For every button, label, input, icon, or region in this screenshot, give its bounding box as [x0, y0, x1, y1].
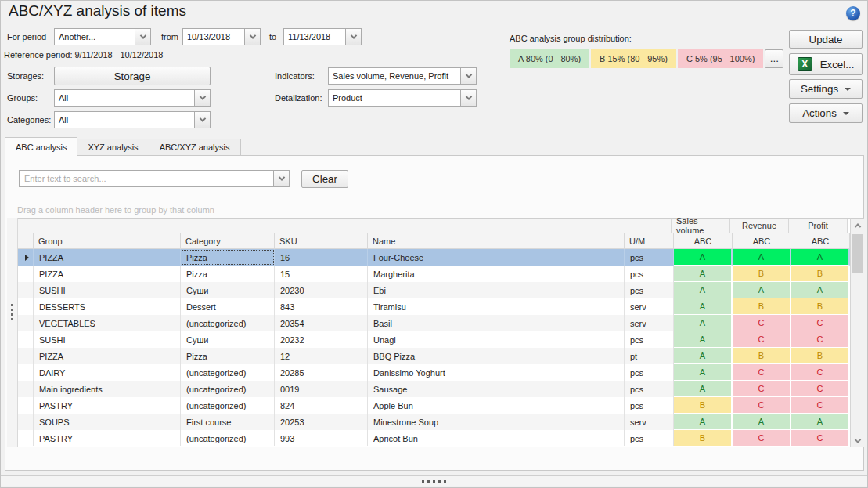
cell-sku[interactable]: 20285 — [275, 364, 368, 381]
clear-button[interactable]: Clear — [301, 170, 348, 188]
cell-abc-revenue[interactable]: C — [733, 430, 791, 446]
cell-name[interactable]: BBQ Pizza — [368, 348, 625, 364]
table-row[interactable]: SUSHIСуши20232UnagipcsACC — [18, 331, 850, 348]
row-indicator[interactable] — [18, 315, 34, 331]
cell-sku[interactable]: 824 — [275, 397, 368, 414]
cell-group[interactable]: SOUPS — [34, 414, 181, 430]
cell-abc-profit[interactable]: A — [791, 282, 850, 298]
cell-group[interactable]: PASTRY — [34, 430, 181, 446]
cell-category[interactable]: Dessert — [181, 298, 275, 315]
cell-abc-sales-volume[interactable]: A — [674, 298, 733, 315]
cell-abc-revenue[interactable]: A — [733, 249, 791, 266]
table-row[interactable]: PIZZAPizza15MargheritapcsABB — [18, 266, 850, 282]
header-abc-profit[interactable]: ABC — [791, 233, 850, 249]
cell-name[interactable]: Apple Bun — [368, 397, 625, 414]
cell-group[interactable]: Main ingredients — [34, 381, 181, 397]
cell-um[interactable]: serv — [625, 315, 674, 331]
row-indicator[interactable] — [18, 331, 34, 348]
cell-abc-sales-volume[interactable]: A — [674, 381, 733, 397]
cell-abc-profit[interactable]: C — [791, 430, 850, 446]
cell-um[interactable]: pcs — [625, 381, 674, 397]
date-from-field[interactable]: 10/13/2018 — [182, 28, 261, 45]
row-indicator[interactable] — [18, 381, 34, 397]
table-row[interactable]: VEGETABLES(uncategorized)20354BasilservA… — [18, 315, 850, 331]
distribution-more-button[interactable]: ... — [765, 49, 783, 68]
table-row[interactable]: Main ingredients(uncategorized)0019Sausa… — [18, 381, 850, 397]
table-row[interactable]: PIZZAPizza16Four-CheesepcsAAA — [18, 249, 850, 266]
cell-abc-profit[interactable]: B — [791, 298, 850, 315]
row-indicator[interactable] — [18, 414, 34, 430]
table-row[interactable]: PIZZAPizza12BBQ PizzaptABB — [18, 348, 850, 364]
indicators-dropdown[interactable]: Sales volume, Revenue, Profit — [328, 67, 477, 85]
cell-category[interactable]: (uncategorized) — [181, 381, 275, 397]
chevron-down-icon[interactable] — [460, 68, 476, 84]
cell-abc-revenue[interactable]: C — [733, 331, 791, 348]
groups-dropdown[interactable]: All — [54, 89, 211, 107]
table-row[interactable]: SUSHIСуши20230EbipcsAAA — [18, 282, 850, 298]
categories-dropdown[interactable]: All — [54, 111, 211, 128]
cell-um[interactable]: serv — [625, 414, 674, 430]
cell-sku[interactable]: 843 — [275, 298, 368, 315]
excel-button[interactable]: X Excel... — [789, 53, 863, 75]
cell-um[interactable]: pcs — [625, 430, 674, 446]
cell-sku[interactable]: 20354 — [275, 315, 368, 331]
cell-um[interactable]: pcs — [625, 397, 674, 414]
cell-abc-sales-volume[interactable]: B — [674, 430, 733, 446]
date-to-field[interactable]: 11/13/2018 — [283, 28, 362, 45]
cell-abc-profit[interactable]: B — [791, 266, 850, 282]
cell-um[interactable]: pcs — [625, 282, 674, 298]
cell-group[interactable]: SUSHI — [34, 331, 181, 348]
cell-um[interactable]: pcs — [625, 266, 674, 282]
cell-group[interactable]: SUSHI — [34, 282, 181, 298]
chevron-down-icon[interactable] — [244, 29, 260, 45]
cell-sku[interactable]: 20253 — [275, 414, 368, 430]
cell-sku[interactable]: 20230 — [275, 282, 368, 298]
cell-um[interactable]: pt — [625, 348, 674, 364]
vertical-scrollbar[interactable] — [850, 218, 864, 447]
chevron-down-icon[interactable] — [194, 112, 210, 128]
cell-abc-revenue[interactable]: B — [733, 298, 791, 315]
row-indicator[interactable] — [18, 430, 34, 446]
cell-abc-sales-volume[interactable]: A — [674, 364, 733, 381]
settings-button[interactable]: Settings — [789, 79, 863, 99]
cell-abc-revenue[interactable]: C — [733, 315, 791, 331]
cell-abc-sales-volume[interactable]: A — [674, 249, 733, 266]
cell-name[interactable]: Four-Cheese — [368, 249, 625, 266]
table-row[interactable]: PASTRY(uncategorized)824Apple BunpcsBCC — [18, 397, 850, 414]
table-row[interactable]: SOUPSFirst course20253Minestrone Soupser… — [18, 414, 850, 430]
chevron-down-icon[interactable] — [460, 90, 476, 106]
scroll-down-icon[interactable] — [851, 434, 864, 447]
cell-sku[interactable]: 16 — [275, 249, 368, 266]
cell-category[interactable]: Суши — [181, 282, 275, 298]
cell-abc-sales-volume[interactable]: A — [674, 282, 733, 298]
cell-category[interactable]: Pizza — [181, 249, 275, 266]
cell-abc-profit[interactable]: C — [791, 381, 850, 397]
tab-abc-xyz-analysis[interactable]: ABC/XYZ analysis — [149, 139, 241, 156]
cell-abc-profit[interactable]: B — [791, 348, 850, 364]
row-indicator[interactable] — [18, 266, 34, 282]
cell-abc-revenue[interactable]: A — [733, 282, 791, 298]
cell-name[interactable]: Apricot Bun — [368, 430, 625, 446]
cell-group[interactable]: PIZZA — [34, 249, 181, 266]
cell-abc-profit[interactable]: A — [791, 414, 850, 430]
cell-category[interactable]: Pizza — [181, 266, 275, 282]
cell-sku[interactable]: 20232 — [275, 331, 368, 348]
cell-category[interactable]: Pizza — [181, 348, 275, 364]
cell-group[interactable]: PASTRY — [34, 397, 181, 414]
cell-sku[interactable]: 0019 — [275, 381, 368, 397]
tab-abc-analysis[interactable]: ABC analysis — [5, 137, 77, 156]
cell-abc-profit[interactable]: A — [791, 249, 850, 266]
cell-name[interactable]: Sausage — [368, 381, 625, 397]
detalization-dropdown[interactable]: Product — [328, 89, 477, 107]
period-preset-dropdown[interactable]: Another... — [54, 28, 151, 45]
row-indicator[interactable] — [18, 249, 34, 266]
header-profit[interactable]: Profit — [789, 219, 848, 233]
cell-abc-sales-volume[interactable]: A — [674, 315, 733, 331]
cell-abc-revenue[interactable]: C — [733, 364, 791, 381]
update-button[interactable]: Update — [789, 30, 863, 49]
header-sales-volume[interactable]: Sales volume — [672, 219, 730, 233]
cell-sku[interactable]: 993 — [275, 430, 368, 446]
header-sku[interactable]: SKU — [275, 233, 368, 249]
row-indicator[interactable] — [18, 282, 34, 298]
cell-um[interactable]: serv — [625, 298, 674, 315]
